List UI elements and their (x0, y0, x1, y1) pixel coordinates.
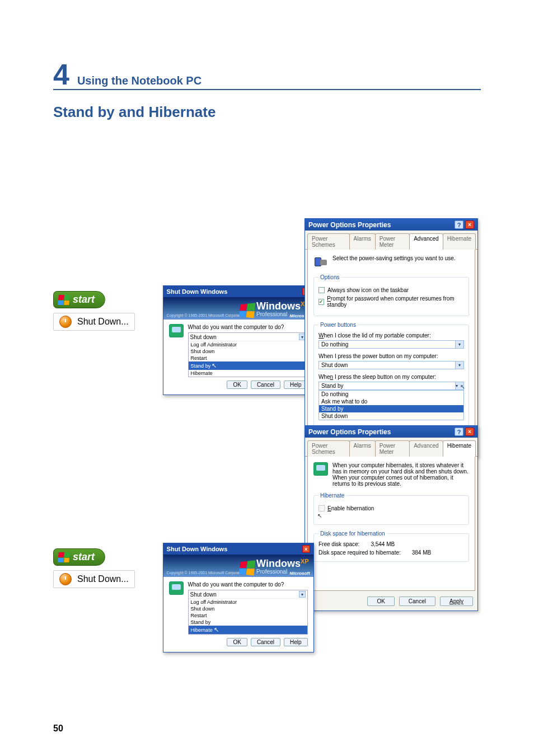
cancel-button[interactable]: Cancel (399, 597, 435, 606)
windows-flag-icon (58, 295, 70, 305)
power-icon (59, 573, 72, 585)
chapter-bar: 4 Using the Notebook PC (53, 62, 481, 90)
group-options: Options (318, 274, 341, 280)
chevron-down-icon: ▾ (456, 361, 464, 369)
battery-plug-icon (313, 255, 328, 269)
shutdown-menu-item[interactable]: Shut Down... (53, 570, 135, 588)
checkbox-show-icon[interactable] (318, 287, 325, 293)
chevron-down-icon: ▾↖ (456, 382, 464, 390)
props-tabs: Power Schemes Alarms Power Meter Advance… (305, 438, 477, 457)
sleep-button-select[interactable]: Stand by▾↖ (318, 382, 464, 390)
group-disk-space: Disk space for hibernation (318, 530, 387, 537)
tab-alarms[interactable]: Alarms (349, 440, 376, 457)
windows-flag-icon (58, 552, 70, 562)
free-disk-value: 3,544 MB (371, 541, 395, 547)
tab-alarms[interactable]: Alarms (349, 233, 376, 250)
page-number: 50 (53, 724, 63, 734)
shutdown-menu-label: Shut Down... (77, 574, 129, 584)
power-options-advanced: Power Options Properties ? × Power Schem… (305, 218, 478, 457)
cursor-icon: ↖ (212, 362, 217, 369)
apply-button[interactable]: Apply (440, 597, 473, 606)
props-title: Power Options Properties (308, 221, 391, 229)
sdw-action-select[interactable]: Shut down▾ Log off Administrator Shut do… (188, 332, 308, 377)
power-button-label: When I press the power button on my comp… (318, 353, 464, 359)
cancel-button[interactable]: Cancel (251, 381, 280, 389)
chevron-down-icon: ▾ (456, 340, 464, 349)
sdw-copyright: Copyright © 1985-2001 Microsoft Corporat… (167, 313, 246, 317)
monitor-icon (169, 581, 184, 595)
required-disk-label: Disk space required to hibernate: (318, 550, 401, 556)
tab-hibernate[interactable]: Hibernate (443, 440, 476, 457)
checkbox-enable-hibernation[interactable] (318, 505, 325, 511)
shutdown-menu-item[interactable]: Shut Down... (53, 313, 135, 331)
help-button[interactable]: Help (284, 638, 308, 646)
enable-hibernation-label: Enable hibernation (327, 505, 374, 511)
ok-button[interactable]: OK (367, 597, 394, 606)
start-label: start (73, 551, 95, 563)
power-button-select[interactable]: Shut down▾ (318, 361, 464, 369)
free-disk-label: Free disk space: (318, 541, 359, 547)
chk-show-icon-label: Always show icon on the taskbar (327, 287, 409, 293)
close-icon[interactable]: × (465, 428, 474, 436)
lid-select[interactable]: Do nothing▾ (318, 340, 464, 349)
ok-button[interactable]: OK (227, 381, 247, 389)
group-power-buttons: Power buttons (318, 322, 358, 328)
power-options-hibernate: Power Options Properties ? × Power Schem… (305, 425, 478, 611)
props-tabs: Power Schemes Alarms Power Meter Advance… (305, 231, 477, 250)
close-icon[interactable]: × (302, 545, 310, 553)
microsoft-label: Microsoft (290, 571, 310, 576)
sdw-question: What do you want the computer to do? (188, 581, 308, 588)
chapter-title: Using the Notebook PC (77, 74, 202, 87)
help-icon[interactable]: ? (455, 220, 463, 229)
chevron-down-icon: ▾ (299, 591, 306, 598)
hibernate-intro: When your computer hibernates, it stores… (332, 462, 469, 487)
start-button[interactable]: start (53, 548, 105, 566)
cursor-icon: ↖ (460, 383, 465, 391)
tab-advanced[interactable]: Advanced (409, 233, 443, 250)
help-icon[interactable]: ? (455, 428, 463, 436)
cursor-icon: ↖ (214, 626, 219, 633)
shut-down-windows-dialog-standby: Shut Down Windows × Copyright © 1985-200… (163, 285, 314, 395)
tab-power-schemes[interactable]: Power Schemes (307, 440, 350, 457)
ok-button[interactable]: OK (227, 638, 247, 646)
sdw-question: What do you want the computer to do? (188, 324, 308, 330)
tab-advanced[interactable]: Advanced (409, 440, 443, 457)
chk-prompt-password-label: Prompt for password when computer resume… (327, 295, 464, 308)
sdw-title: Shut Down Windows (167, 546, 228, 552)
close-icon[interactable]: × (465, 220, 474, 229)
start-button[interactable]: start (53, 291, 105, 308)
shutdown-menu-label: Shut Down... (77, 317, 129, 327)
cursor-icon: ↖ (317, 513, 464, 519)
tab-power-schemes[interactable]: Power Schemes (307, 233, 350, 250)
tab-hibernate[interactable]: Hibernate (443, 233, 476, 250)
start-label: start (73, 294, 95, 306)
tab-power-meter[interactable]: Power Meter (375, 233, 410, 250)
sleep-button-dropdown[interactable]: Do nothing Ask me what to do Stand by Sh… (318, 390, 464, 420)
section-title: Stand by and Hibernate (53, 104, 481, 121)
sdw-action-select[interactable]: Shut down▾ Log off Administrator Shut do… (188, 590, 308, 635)
shut-down-windows-dialog-hibernate: Shut Down Windows × Copyright © 1985-200… (163, 543, 314, 652)
required-disk-value: 384 MB (412, 550, 431, 556)
monitor-icon (169, 324, 184, 337)
lid-label: When I close the lid of my portable comp… (318, 332, 464, 339)
power-icon (59, 316, 72, 328)
group-hibernate: Hibernate (318, 492, 346, 499)
tab-power-meter[interactable]: Power Meter (375, 440, 410, 457)
monitor-icon (313, 462, 328, 476)
cancel-button[interactable]: Cancel (251, 638, 280, 646)
sdw-title: Shut Down Windows (167, 288, 228, 295)
advanced-intro: Select the power-saving settings you wan… (332, 255, 456, 261)
checkbox-prompt-password[interactable]: ✓ (318, 299, 324, 305)
props-title: Power Options Properties (308, 428, 391, 436)
sleep-button-label: When I press the sleep button on my comp… (318, 374, 464, 380)
chapter-number: 4 (53, 62, 69, 88)
sdw-copyright: Copyright © 1985-2001 Microsoft Corporat… (167, 571, 246, 575)
